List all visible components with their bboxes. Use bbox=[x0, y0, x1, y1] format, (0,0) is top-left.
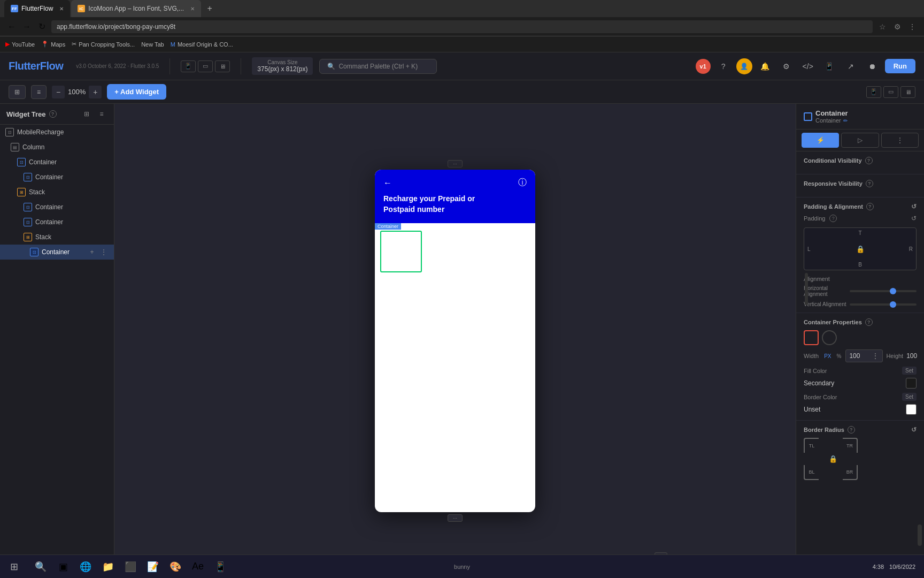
add-icon[interactable]: + bbox=[87, 157, 97, 167]
sort-icon[interactable]: ≡ bbox=[96, 108, 107, 120]
user-avatar[interactable]: 👤 bbox=[736, 58, 752, 74]
br-info-icon[interactable]: ? bbox=[848, 426, 855, 434]
canvas-size-button[interactable]: Canvas Size 375(px) x 812(px) bbox=[252, 57, 313, 75]
v-align-slider[interactable] bbox=[850, 303, 917, 306]
edit-icon[interactable]: ✏ bbox=[843, 118, 848, 124]
border-color-swatch[interactable] bbox=[906, 404, 917, 415]
padding-reset-icon[interactable]: ↺ bbox=[911, 215, 917, 222]
tab-close-1[interactable]: ✕ bbox=[59, 6, 64, 12]
notifications-button[interactable]: 🔔 bbox=[757, 58, 774, 75]
taskbar-app[interactable]: 📱 bbox=[211, 557, 230, 576]
record-button[interactable]: ⏺ bbox=[864, 58, 881, 75]
tab-properties[interactable]: ⚡ bbox=[802, 133, 839, 148]
extensions-icon[interactable]: ⚙ bbox=[892, 21, 903, 32]
code-button[interactable]: </> bbox=[799, 58, 817, 75]
tree-item-container3[interactable]: ⊡ Container + ⋮ bbox=[0, 200, 114, 215]
pa-reset-icon[interactable]: ↺ bbox=[911, 203, 917, 210]
more-icon[interactable]: ⋮ bbox=[99, 202, 109, 212]
chrome-menu-icon[interactable]: ⋮ bbox=[907, 21, 918, 32]
version-badge[interactable]: v1 bbox=[696, 59, 711, 74]
preview-button[interactable]: 📱 bbox=[821, 58, 838, 75]
bookmark-youtube[interactable]: ▶ YouTube bbox=[5, 41, 35, 48]
tablet-icon[interactable]: ▭ bbox=[198, 60, 213, 72]
bookmark-moesif[interactable]: M Moesif Origin & CO... bbox=[171, 41, 233, 48]
square-shape-button[interactable] bbox=[804, 330, 819, 345]
zoom-out-button[interactable]: − bbox=[52, 86, 65, 98]
back-arrow[interactable]: ← bbox=[383, 178, 392, 188]
layout-toggle[interactable]: ≡ bbox=[31, 85, 47, 99]
add-icon[interactable]: + bbox=[87, 142, 97, 152]
add-icon[interactable]: + bbox=[87, 232, 97, 242]
cv-info-icon[interactable]: ? bbox=[865, 157, 873, 164]
mobile-icon[interactable]: 📱 bbox=[181, 60, 196, 72]
fill-color-swatch[interactable] bbox=[906, 378, 917, 389]
center-canvas[interactable]: ⋯ ← ⓘ Recharge your Prepaid or Postpaid … bbox=[114, 104, 796, 578]
br-tr-corner[interactable]: TR bbox=[843, 438, 858, 453]
bottom-handle[interactable]: ⋯ bbox=[448, 514, 463, 522]
horizontal-resize-handle[interactable] bbox=[805, 273, 808, 305]
inner-container-box[interactable] bbox=[380, 231, 422, 272]
more-icon[interactable]: ⋮ bbox=[99, 247, 109, 257]
taskbar-figma[interactable]: 🎨 bbox=[166, 557, 185, 576]
tree-item-stack[interactable]: ⊞ Stack + ⋮ bbox=[0, 185, 114, 200]
pa-info-icon[interactable]: ? bbox=[866, 203, 874, 210]
rv-info-icon[interactable]: ? bbox=[866, 180, 873, 187]
settings-button[interactable]: ⚙ bbox=[778, 58, 795, 75]
viewport-mobile[interactable]: 📱 bbox=[866, 86, 881, 98]
zoom-in-button[interactable]: + bbox=[89, 86, 102, 98]
more-icon[interactable]: ⋮ bbox=[99, 142, 109, 152]
pct-unit[interactable]: % bbox=[834, 352, 843, 360]
share-button[interactable]: ↗ bbox=[842, 58, 859, 75]
expand-icon[interactable]: ⊞ bbox=[81, 108, 93, 120]
tree-item-container4[interactable]: ⊡ Container + ⋮ bbox=[0, 215, 114, 230]
more-icon[interactable]: ⋮ bbox=[99, 232, 109, 242]
cp-info-icon[interactable]: ? bbox=[865, 318, 873, 326]
tree-item-stack2[interactable]: ⊞ Stack + ⋮ bbox=[0, 230, 114, 245]
forward-button[interactable]: → bbox=[21, 21, 32, 32]
v-slider-thumb[interactable] bbox=[890, 301, 896, 308]
taskbar-vscode[interactable]: 📝 bbox=[143, 557, 163, 576]
bookmark-newtab[interactable]: New Tab bbox=[141, 41, 164, 48]
top-resize-icon[interactable]: ⋯ bbox=[448, 160, 463, 168]
tree-item-column[interactable]: ▤ Column + ⋮ bbox=[0, 140, 114, 155]
br-br-corner[interactable]: BR bbox=[843, 465, 858, 480]
more-icon[interactable]: ⋮ bbox=[99, 217, 109, 227]
tab-close-2[interactable]: ✕ bbox=[190, 6, 195, 12]
help-button[interactable]: ? bbox=[715, 58, 732, 75]
more-options-icon[interactable]: ⋮ bbox=[99, 127, 109, 137]
taskbar-ae[interactable]: Ae bbox=[188, 557, 207, 576]
reload-button[interactable]: ↻ bbox=[36, 21, 47, 32]
br-bl-corner[interactable]: BL bbox=[804, 465, 819, 480]
back-button[interactable]: ← bbox=[6, 21, 17, 32]
tree-info-icon[interactable]: ? bbox=[49, 110, 57, 118]
add-icon[interactable]: + bbox=[87, 217, 97, 227]
widget-tree-toggle[interactable]: ⊞ bbox=[9, 85, 26, 99]
px-unit[interactable]: PX bbox=[822, 352, 833, 360]
tree-item-mobilerecharge[interactable]: ⊡ MobileRecharge + ⋮ bbox=[0, 125, 114, 140]
panel-resize-handle[interactable] bbox=[918, 524, 922, 546]
tab-more[interactable]: ⋮ bbox=[881, 133, 919, 148]
run-button[interactable]: Run bbox=[885, 59, 915, 73]
start-button[interactable]: ⊞ bbox=[4, 557, 24, 576]
taskbar-chrome[interactable]: 🌐 bbox=[76, 557, 95, 576]
add-icon[interactable]: + bbox=[87, 247, 97, 257]
help-circle[interactable]: ⓘ bbox=[518, 177, 527, 188]
taskbar-search[interactable]: 🔍 bbox=[31, 557, 50, 576]
bookmark-maps[interactable]: 📍 Maps bbox=[41, 41, 65, 48]
tab-actions[interactable]: ▷ bbox=[841, 133, 879, 148]
viewport-desktop[interactable]: 🖥 bbox=[900, 86, 915, 98]
br-reset-icon[interactable]: ↺ bbox=[911, 426, 917, 434]
more-icon[interactable]: ⋮ bbox=[99, 172, 109, 182]
width-input-wrapper[interactable]: 100 ⋮ bbox=[845, 349, 883, 362]
tree-item-container1[interactable]: ⊡ Container + ⋮ bbox=[0, 155, 114, 170]
tree-item-container2[interactable]: ⊡ Container + ⋮ bbox=[0, 170, 114, 185]
padding-info-icon[interactable]: ? bbox=[829, 215, 837, 222]
add-icon[interactable]: + bbox=[87, 172, 97, 182]
circle-shape-button[interactable] bbox=[822, 330, 837, 345]
padding-lock-icon[interactable]: 🔒 bbox=[856, 245, 865, 253]
bookmark-icon[interactable]: ☆ bbox=[877, 21, 888, 32]
h-align-slider[interactable] bbox=[850, 290, 917, 292]
add-icon[interactable]: + bbox=[87, 187, 97, 197]
bookmark-pan[interactable]: ✂ Pan Cropping Tools... bbox=[72, 41, 135, 48]
viewport-tablet[interactable]: ▭ bbox=[883, 86, 898, 98]
